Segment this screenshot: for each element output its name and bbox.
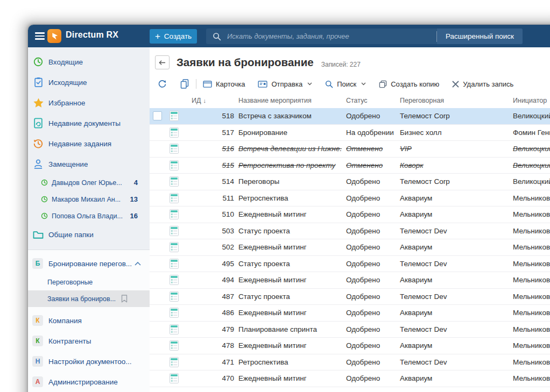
sidebar-item-label: Настройки документоо...: [48, 358, 132, 366]
booking-request-icon: [165, 324, 183, 334]
cell-id: 515: [183, 161, 234, 169]
global-search-bar: Расширенный поиск: [206, 28, 523, 44]
module-letter-icon: А: [32, 376, 43, 387]
table-row[interactable]: 471 Ретроспектива Одобрено Телемост Dev …: [150, 354, 550, 371]
sidebar-item-shared-folders[interactable]: Общие папки: [28, 224, 150, 245]
cell-initiator: Фомин Генн: [509, 129, 550, 137]
sidebar-item-label: Избранное: [48, 99, 85, 107]
cell-initiator: Мельников: [509, 358, 550, 366]
sidebar-item-favorites[interactable]: Избранное: [28, 92, 150, 113]
delegate-item[interactable]: Давыдов Олег Юрье... 4: [28, 174, 150, 191]
sidebar-item-label: Недавние документы: [48, 119, 121, 127]
cell-id: 487: [183, 293, 234, 301]
sidebar-subitem[interactable]: Переговорные: [28, 274, 150, 290]
cell-meeting-room: Телемост Dev: [396, 227, 509, 235]
row-checkbox[interactable]: [153, 111, 162, 120]
table-row[interactable]: 510 Ежедневный митинг Одобрено Аквариум …: [150, 206, 550, 223]
advanced-search-button[interactable]: Расширенный поиск: [437, 28, 523, 44]
recent-documents-icon: [32, 117, 44, 129]
create-copy-button[interactable]: Создать копию: [379, 80, 439, 88]
card-button[interactable]: Карточка: [203, 80, 245, 88]
delegate-name: Попова Ольга Влади...: [52, 212, 123, 220]
delegate-item[interactable]: Макаров Михаил Ан... 13: [28, 191, 150, 208]
send-button[interactable]: Отправка: [258, 80, 312, 88]
sidebar-item-label: Контрагенты: [48, 337, 91, 345]
cell-initiator: Мельников: [509, 276, 550, 284]
cell-event-name: Встреча делегации из Нижне...: [234, 145, 342, 153]
column-header-id[interactable]: ИД ↓: [183, 97, 234, 104]
sidebar-module-docflow-settings[interactable]: Н Настройки документоо...: [28, 351, 150, 372]
table-row[interactable]: 495 Статус проекта Одобрено Телемост Dev…: [150, 256, 550, 273]
sidebar-module-counterparties[interactable]: К Контрагенты: [28, 331, 150, 351]
table-body: 518 Встреча с заказчиком Одобрено Телемо…: [150, 108, 550, 392]
table-row[interactable]: 502 Ежедневный митинг Одобрено Аквариум …: [150, 239, 550, 256]
cell-initiator: Мельников: [509, 227, 550, 235]
cell-id: 518: [183, 112, 234, 120]
search-input[interactable]: [226, 32, 436, 41]
copy-to-clipboard-button[interactable]: [178, 77, 192, 91]
star-icon: [32, 97, 44, 109]
sidebar-item-outbox[interactable]: Исходящие: [28, 72, 150, 92]
table-row[interactable]: 470 Ежедневный митинг Одобрено Аквариум …: [150, 370, 550, 387]
cell-id: 516: [183, 145, 234, 153]
table-row[interactable]: 515 Ретроспектива по проекту Отменено Ко…: [150, 158, 550, 174]
sidebar-item-recent-tasks[interactable]: Недавние задания: [28, 133, 150, 154]
column-header-status[interactable]: Статус: [342, 97, 396, 104]
chevron-up-icon[interactable]: [135, 262, 141, 266]
cell-event-name: Ежедневный митинг: [234, 210, 342, 218]
cell-meeting-room: Аквариум: [396, 210, 509, 218]
modules-section: Б Бронирование перегов... Переговорные: [28, 250, 150, 392]
hamburger-menu-icon[interactable]: [35, 31, 46, 41]
sidebar-module-booking[interactable]: Б Бронирование перегов...: [28, 253, 150, 274]
sidebar-subitem[interactable]: Заявки на брониров...: [28, 290, 150, 307]
delete-record-button[interactable]: Удалить запись: [452, 80, 513, 88]
column-header-label: ИД: [192, 97, 201, 104]
sidebar-item-substitution[interactable]: Замещение: [28, 154, 150, 174]
bookmark-icon: [121, 295, 128, 303]
directum-logo: [47, 29, 61, 43]
cell-meeting-room: Телемост Dev: [396, 325, 509, 333]
sidebar-item-inbox[interactable]: Входящие: [28, 52, 150, 72]
sidebar-item-recent-documents[interactable]: Недавние документы: [28, 113, 150, 133]
table-row[interactable]: 517 Бронирование На одобрении Бизнес хол…: [150, 125, 550, 141]
delegate-item[interactable]: Попова Ольга Влади... 16: [28, 208, 150, 224]
main-content: Заявки на бронирование Записей: 227 Карт…: [150, 47, 550, 392]
search-menu-button[interactable]: Поиск: [325, 80, 366, 88]
table-row[interactable]: 479 Планирование спринта Одобрено Телемо…: [150, 322, 550, 338]
cell-status: Одобрено: [342, 341, 396, 350]
cell-meeting-room: Аквариум: [396, 341, 509, 350]
column-header-room[interactable]: Переговорная: [396, 97, 509, 104]
cell-initiator: Мельников: [509, 260, 550, 268]
module-letter-icon: Б: [32, 258, 43, 269]
cell-event-name: Ежедневный митинг: [234, 341, 342, 350]
table-row[interactable]: 514 Переговоры Одобрено Телемост Corp Ве…: [150, 174, 550, 190]
create-button[interactable]: + Создать: [150, 29, 197, 44]
booking-request-icon: [165, 160, 183, 170]
booking-request-icon: [165, 242, 183, 252]
refresh-button[interactable]: [155, 77, 169, 91]
module-letter-icon: К: [32, 336, 43, 346]
table-row[interactable]: 487 Статус проекта Одобрено Телемост Dev…: [150, 289, 550, 305]
back-button[interactable]: [155, 55, 170, 69]
sidebar-module-company[interactable]: К Компания: [28, 310, 150, 331]
cell-initiator: Мельников: [509, 210, 550, 218]
substitution-person-icon: [32, 158, 44, 170]
delete-record-label: Удалить запись: [463, 80, 513, 88]
cell-meeting-room: Бизнес холл: [396, 129, 509, 137]
page-title: Заявки на бронирование: [177, 56, 314, 69]
toolbar-divider: [196, 79, 196, 89]
booking-request-icon: [165, 209, 183, 219]
table-row[interactable]: 478 Ежедневный митинг Одобрено Аквариум …: [150, 338, 550, 354]
sidebar-module-administration[interactable]: А Администрирование: [28, 372, 150, 392]
table-row[interactable]: 503 Статус проекта Одобрено Телемост Dev…: [150, 223, 550, 240]
column-header-initiator[interactable]: Инициатор: [509, 97, 550, 104]
table-row[interactable]: 494 Ежедневный митинг Одобрено Аквариум …: [150, 272, 550, 289]
table-row[interactable]: 516 Встреча делегации из Нижне... Отмене…: [150, 141, 550, 158]
search-menu-label: Поиск: [337, 80, 356, 88]
table-row[interactable]: 518 Встреча с заказчиком Одобрено Телемо…: [150, 108, 550, 125]
booking-request-icon: [165, 259, 183, 269]
cell-status: Одобрено: [342, 194, 396, 202]
column-header-name[interactable]: Название мероприятия: [234, 97, 342, 104]
table-row[interactable]: 511 Ретроспектива Одобрено Аквариум Мель…: [150, 190, 550, 207]
table-row[interactable]: 486 Ежедневный митинг Одобрено Аквариум …: [150, 305, 550, 322]
